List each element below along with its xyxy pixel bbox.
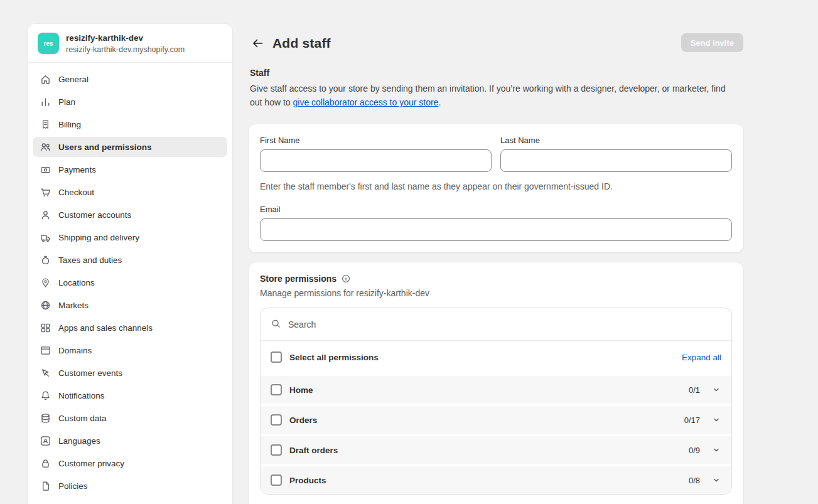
permission-row-home[interactable]: Home 0/1 bbox=[261, 376, 731, 404]
sidebar-item-label: Custom data bbox=[58, 414, 107, 423]
store-permissions-card: Store permissions Manage permissions for… bbox=[249, 262, 743, 504]
permissions-search bbox=[261, 308, 731, 341]
sidebar-item-label: Customer privacy bbox=[58, 459, 124, 468]
sidebar-item-label: Policies bbox=[58, 481, 88, 491]
sidebar-item-shipping-and-delivery[interactable]: Shipping and delivery bbox=[33, 227, 227, 247]
permission-checkbox-home[interactable] bbox=[271, 384, 282, 395]
sidebar-item-notifications[interactable]: Notifications bbox=[33, 385, 227, 405]
sidebar-item-label: Checkout bbox=[58, 188, 94, 197]
page-title: Add staff bbox=[272, 36, 331, 51]
bell-icon bbox=[39, 389, 51, 402]
select-all-row: Select all permissions Expand all bbox=[261, 341, 731, 373]
sidebar-item-plan[interactable]: Plan bbox=[33, 92, 227, 112]
store-avatar: res bbox=[38, 33, 59, 54]
sidebar-item-label: Languages bbox=[58, 436, 100, 446]
store-domain: resizify-karthik-dev.myshopify.com bbox=[66, 45, 185, 54]
collaborator-access-link[interactable]: give collaborator access to your store bbox=[293, 97, 439, 107]
translate-icon bbox=[39, 434, 51, 447]
select-all-checkbox[interactable] bbox=[271, 351, 282, 363]
staff-details-card: First Name Last Name Enter the staff mem… bbox=[249, 124, 743, 252]
location-pin-icon bbox=[39, 276, 51, 289]
permission-label: Orders bbox=[289, 416, 317, 425]
name-helper-text: Enter the staff member's first and last … bbox=[260, 181, 732, 191]
first-name-label: First Name bbox=[260, 136, 492, 145]
money-bag-icon bbox=[39, 254, 51, 266]
permission-count: 0/9 bbox=[689, 446, 700, 455]
last-name-field-group: Last Name bbox=[500, 136, 732, 172]
chevron-down-icon[interactable] bbox=[711, 445, 721, 455]
sidebar-item-policies[interactable]: Policies bbox=[33, 476, 227, 496]
users-icon bbox=[39, 141, 51, 153]
store-identity: resizify-karthik-dev resizify-karthik-de… bbox=[66, 33, 185, 54]
permission-label: Products bbox=[289, 476, 326, 485]
sidebar-item-label: Shipping and delivery bbox=[58, 233, 139, 242]
sidebar-item-label: General bbox=[58, 75, 89, 84]
email-input[interactable] bbox=[260, 218, 732, 241]
page-header: Add staff Send invite bbox=[249, 30, 743, 56]
grid-icon bbox=[39, 321, 51, 334]
description-text: . bbox=[438, 97, 441, 107]
database-icon bbox=[39, 412, 51, 424]
sidebar-item-label: Plan bbox=[58, 97, 75, 107]
sidebar-item-general[interactable]: General bbox=[33, 69, 227, 89]
permission-checkbox-orders[interactable] bbox=[271, 414, 282, 426]
lock-icon bbox=[39, 457, 51, 469]
banknote-icon bbox=[39, 163, 51, 176]
sidebar-item-customer-privacy[interactable]: Customer privacy bbox=[33, 453, 227, 473]
permissions-header: Store permissions bbox=[260, 274, 732, 284]
sidebar-item-checkout[interactable]: Checkout bbox=[33, 182, 227, 202]
permission-row-orders[interactable]: Orders 0/17 bbox=[261, 406, 731, 434]
store-name: resizify-karthik-dev bbox=[66, 33, 185, 43]
sidebar-item-label: Users and permissions bbox=[58, 142, 152, 152]
document-icon bbox=[39, 480, 51, 492]
chevron-down-icon[interactable] bbox=[711, 475, 721, 485]
sidebar-item-apps-and-sales-channels[interactable]: Apps and sales channels bbox=[33, 318, 227, 338]
sidebar-item-languages[interactable]: Languages bbox=[33, 431, 227, 451]
sidebar-item-domains[interactable]: Domains bbox=[33, 340, 227, 360]
sidebar-item-label: Customer events bbox=[58, 368, 122, 378]
sidebar-item-locations[interactable]: Locations bbox=[33, 272, 227, 292]
settings-sidebar: res resizify-karthik-dev resizify-karthi… bbox=[28, 24, 232, 504]
sidebar-item-custom-data[interactable]: Custom data bbox=[33, 408, 227, 428]
sidebar-item-label: Notifications bbox=[58, 391, 105, 400]
permissions-list: Select all permissions Expand all Home 0… bbox=[260, 308, 732, 495]
permissions-title: Store permissions bbox=[260, 274, 336, 284]
staff-section-description: Give staff access to your store by sendi… bbox=[250, 82, 731, 109]
chevron-down-icon[interactable] bbox=[711, 415, 721, 425]
permission-label: Home bbox=[289, 385, 313, 395]
sidebar-item-customer-events[interactable]: Customer events bbox=[33, 363, 227, 383]
first-name-input[interactable] bbox=[260, 149, 492, 172]
sidebar-item-users-and-permissions[interactable]: Users and permissions bbox=[33, 137, 227, 157]
select-all-label: Select all permissions bbox=[289, 353, 379, 362]
search-input[interactable] bbox=[287, 319, 721, 330]
sidebar-item-billing[interactable]: Billing bbox=[33, 114, 227, 134]
sidebar-item-payments[interactable]: Payments bbox=[33, 159, 227, 180]
cursor-icon bbox=[39, 367, 51, 379]
store-header: res resizify-karthik-dev resizify-karthi… bbox=[28, 24, 232, 62]
chevron-down-icon[interactable] bbox=[711, 385, 721, 395]
permission-row-draft-orders[interactable]: Draft orders 0/9 bbox=[261, 436, 731, 464]
permission-checkbox-draft-orders[interactable] bbox=[271, 444, 282, 456]
sidebar-item-label: Apps and sales channels bbox=[58, 323, 153, 333]
main-content: Add staff Send invite Staff Give staff a… bbox=[249, 24, 743, 504]
expand-all-link[interactable]: Expand all bbox=[682, 353, 721, 362]
permission-count: 0/1 bbox=[689, 385, 700, 395]
sidebar-item-markets[interactable]: Markets bbox=[33, 295, 227, 315]
sidebar-item-taxes-and-duties[interactable]: Taxes and duties bbox=[33, 250, 227, 270]
last-name-input[interactable] bbox=[500, 149, 732, 172]
email-field-group: Email bbox=[260, 205, 732, 241]
email-label: Email bbox=[260, 205, 732, 214]
staff-section-title: Staff bbox=[250, 68, 742, 78]
back-button[interactable] bbox=[249, 34, 267, 53]
sidebar-item-label: Domains bbox=[58, 346, 92, 355]
permission-label: Draft orders bbox=[289, 446, 338, 455]
permission-row-products[interactable]: Products 0/8 bbox=[261, 466, 731, 494]
person-icon bbox=[39, 208, 51, 221]
send-invite-button[interactable]: Send invite bbox=[681, 33, 743, 52]
permission-count: 0/17 bbox=[684, 416, 700, 425]
permission-checkbox-products[interactable] bbox=[271, 475, 282, 486]
sidebar-item-customer-accounts[interactable]: Customer accounts bbox=[33, 205, 227, 225]
sidebar-item-label: Customer accounts bbox=[58, 210, 131, 220]
sidebar-item-label: Billing bbox=[58, 120, 81, 129]
info-icon[interactable] bbox=[341, 274, 351, 284]
